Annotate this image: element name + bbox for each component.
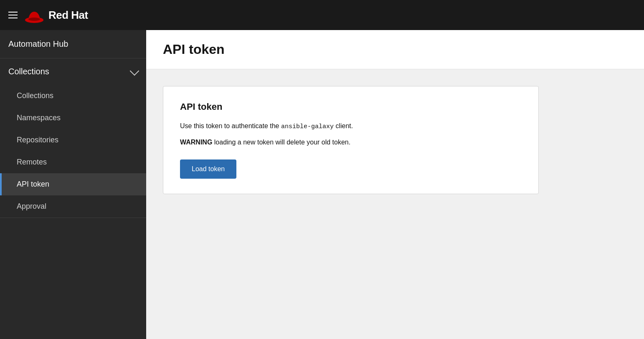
card-warning-text: loading a new token will delete your old… xyxy=(212,139,350,146)
card-warning-bold: WARNING xyxy=(180,139,212,146)
sidebar-automation-hub[interactable]: Automation Hub xyxy=(0,30,146,58)
sidebar-item-namespaces[interactable]: Namespaces xyxy=(0,107,146,129)
logo-area: Red Hat xyxy=(24,6,88,24)
hamburger-menu[interactable] xyxy=(8,12,18,18)
card-description: Use this token to authenticate the ansib… xyxy=(180,121,522,132)
redhat-logo-icon xyxy=(24,6,44,24)
card-warning: WARNING loading a new token will delete … xyxy=(180,137,522,148)
svg-point-1 xyxy=(28,18,40,21)
content-body: API token Use this token to authenticate… xyxy=(146,69,644,211)
redhat-logo-text: Red Hat xyxy=(48,9,88,22)
main-layout: Automation Hub Collections Collections N… xyxy=(0,30,644,339)
card-description-after: client. xyxy=(334,122,353,129)
sidebar-item-remotes[interactable]: Remotes xyxy=(0,151,146,173)
sidebar: Automation Hub Collections Collections N… xyxy=(0,30,146,339)
sidebar-collections-label: Collections xyxy=(8,67,49,76)
sidebar-item-approval[interactable]: Approval xyxy=(0,195,146,218)
sidebar-nav-items: Collections Namespaces Repositories Remo… xyxy=(0,85,146,218)
api-token-card: API token Use this token to authenticate… xyxy=(163,86,539,194)
chevron-down-icon xyxy=(130,66,139,76)
content-area: API token API token Use this token to au… xyxy=(146,30,644,339)
card-title: API token xyxy=(180,101,522,112)
card-code: ansible-galaxy xyxy=(281,123,334,130)
sidebar-item-collections[interactable]: Collections xyxy=(0,85,146,107)
page-title: API token xyxy=(163,42,627,57)
sidebar-collections-header[interactable]: Collections xyxy=(0,58,146,85)
top-nav: Red Hat xyxy=(0,0,644,30)
sidebar-item-api-token[interactable]: API token xyxy=(0,173,146,195)
sidebar-collections-group: Collections Collections Namespaces Repos… xyxy=(0,58,146,218)
load-token-button[interactable]: Load token xyxy=(180,159,236,179)
page-title-bar: API token xyxy=(146,30,644,69)
sidebar-item-repositories[interactable]: Repositories xyxy=(0,129,146,151)
card-description-before: Use this token to authenticate the xyxy=(180,122,281,129)
